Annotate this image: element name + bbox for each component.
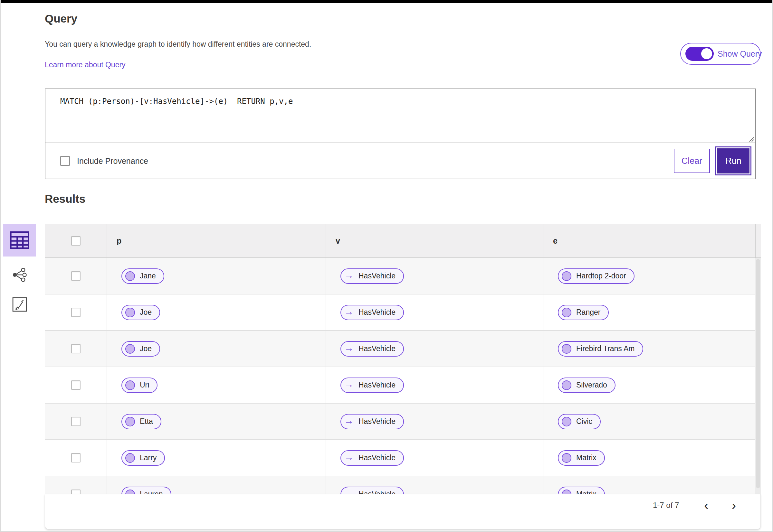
- query-editor-panel: MATCH (p:Person)-[v:HasVehicle]->(e) RET…: [45, 89, 756, 179]
- node-circle-icon: [562, 417, 571, 426]
- edge-arrow-icon: →: [344, 489, 354, 494]
- toggle-knob: [701, 48, 712, 59]
- node-pill[interactable]: Silverado: [558, 378, 616, 393]
- graph-view-icon: [11, 266, 28, 283]
- resize-handle-icon[interactable]: [748, 135, 754, 142]
- chevron-left-icon[interactable]: ‹: [702, 499, 710, 512]
- edge-pill[interactable]: →HasVehicle: [340, 414, 404, 429]
- edge-label: HasVehicle: [359, 453, 396, 462]
- node-pill[interactable]: Jane: [121, 268, 164, 284]
- node-circle-icon: [125, 308, 135, 317]
- edge-arrow-icon: →: [344, 453, 354, 462]
- edge-label: HasVehicle: [359, 417, 396, 426]
- node-label: Larry: [140, 453, 156, 462]
- results-panel: p v e Jane →HasVehicle Hardtop 2-door Jo…: [45, 224, 761, 529]
- edge-pill[interactable]: →HasVehicle: [340, 378, 404, 393]
- query-description: You can query a knowledge graph to ident…: [45, 40, 311, 49]
- node-circle-icon: [125, 417, 135, 426]
- table-view-button[interactable]: [3, 224, 36, 257]
- clear-button[interactable]: Clear: [674, 149, 710, 173]
- query-input[interactable]: MATCH (p:Person)-[v:HasVehicle]->(e) RET…: [45, 89, 755, 143]
- node-pill[interactable]: Larry: [121, 450, 165, 466]
- table-header: p v e: [45, 224, 761, 258]
- query-footer-bar: Include Provenance Clear Run: [45, 143, 755, 179]
- edge-arrow-icon: →: [344, 307, 354, 316]
- node-pill[interactable]: Etta: [121, 414, 161, 429]
- row-checkbox[interactable]: [71, 344, 80, 353]
- include-provenance-label: Include Provenance: [77, 156, 148, 166]
- row-checkbox[interactable]: [71, 453, 80, 462]
- select-all-checkbox[interactable]: [71, 236, 80, 246]
- node-circle-icon: [125, 344, 135, 354]
- node-label: Matrix: [576, 453, 597, 462]
- table-row: Etta →HasVehicle Civic: [45, 404, 761, 440]
- row-checkbox[interactable]: [71, 490, 80, 494]
- table-row: Lauren →HasVehicle Matrix: [45, 476, 761, 494]
- include-provenance-checkbox[interactable]: [60, 156, 70, 166]
- node-pill[interactable]: Joe: [121, 341, 160, 357]
- pagination-range-label: 1-7 of 7: [653, 501, 679, 510]
- edge-pill[interactable]: →HasVehicle: [340, 305, 404, 320]
- table-row: Uri →HasVehicle Silverado: [45, 367, 761, 404]
- column-header-e[interactable]: e: [543, 224, 755, 257]
- node-label: Jane: [140, 272, 156, 280]
- table-body: Jane →HasVehicle Hardtop 2-door Joe →Has…: [45, 258, 761, 494]
- node-pill[interactable]: Uri: [121, 378, 157, 393]
- query-section-title: Query: [45, 12, 77, 25]
- table-row: Joe →HasVehicle Ranger: [45, 294, 761, 331]
- row-checkbox[interactable]: [71, 308, 80, 317]
- node-label: Silverado: [576, 381, 607, 389]
- table-scrollbar-track: [755, 258, 761, 494]
- node-circle-icon: [562, 271, 571, 281]
- edge-label: HasVehicle: [359, 308, 396, 317]
- node-circle-icon: [125, 490, 135, 494]
- node-circle-icon: [125, 380, 135, 390]
- learn-more-link[interactable]: Learn more about Query: [45, 61, 126, 69]
- show-query-label: Show Query: [718, 49, 762, 59]
- node-label: Firebird Trans Am: [576, 344, 635, 353]
- query-editor-wrap: MATCH (p:Person)-[v:HasVehicle]->(e) RET…: [45, 89, 755, 143]
- toggle-switch-icon[interactable]: [685, 47, 714, 61]
- node-pill[interactable]: Matrix: [558, 487, 605, 494]
- view-mode-rail: [3, 224, 36, 316]
- edge-pill[interactable]: →HasVehicle: [340, 487, 404, 494]
- scatter-view-button[interactable]: [3, 293, 36, 316]
- table-scrollbar-thumb[interactable]: [756, 259, 760, 488]
- chevron-right-icon[interactable]: ›: [730, 499, 738, 512]
- node-label: Matrix: [576, 490, 597, 494]
- node-label: Lauren: [140, 490, 163, 494]
- node-circle-icon: [125, 453, 135, 463]
- node-circle-icon: [562, 490, 571, 494]
- node-circle-icon: [562, 344, 571, 354]
- node-label: Uri: [140, 381, 149, 389]
- table-row: Joe →HasVehicle Firebird Trans Am: [45, 331, 761, 367]
- column-header-v[interactable]: v: [326, 224, 543, 257]
- node-pill[interactable]: Hardtop 2-door: [558, 268, 635, 284]
- edge-label: HasVehicle: [359, 381, 396, 389]
- node-circle-icon: [125, 271, 135, 281]
- run-button[interactable]: Run: [716, 147, 750, 174]
- row-checkbox[interactable]: [71, 380, 80, 390]
- row-checkbox[interactable]: [71, 417, 80, 426]
- node-pill[interactable]: Matrix: [558, 450, 605, 466]
- node-pill[interactable]: Joe: [121, 305, 160, 320]
- header-checkbox-cell: [45, 224, 107, 257]
- graph-view-button[interactable]: [3, 264, 36, 286]
- table-row: Larry →HasVehicle Matrix: [45, 440, 761, 476]
- node-label: Hardtop 2-door: [576, 272, 626, 280]
- node-label: Joe: [140, 344, 152, 353]
- node-pill[interactable]: Civic: [558, 414, 601, 429]
- edge-pill[interactable]: →HasVehicle: [340, 450, 404, 466]
- edge-pill[interactable]: →HasVehicle: [340, 341, 404, 357]
- show-query-toggle[interactable]: Show Query: [680, 43, 761, 65]
- scatter-view-icon: [12, 297, 27, 312]
- node-circle-icon: [562, 380, 571, 390]
- row-checkbox[interactable]: [71, 271, 80, 281]
- node-pill[interactable]: Lauren: [121, 487, 171, 494]
- node-circle-icon: [562, 453, 571, 463]
- node-pill[interactable]: Firebird Trans Am: [558, 341, 643, 357]
- node-pill[interactable]: Ranger: [558, 305, 609, 320]
- edge-arrow-icon: →: [344, 271, 354, 280]
- edge-pill[interactable]: →HasVehicle: [340, 268, 404, 284]
- column-header-p[interactable]: p: [107, 224, 326, 257]
